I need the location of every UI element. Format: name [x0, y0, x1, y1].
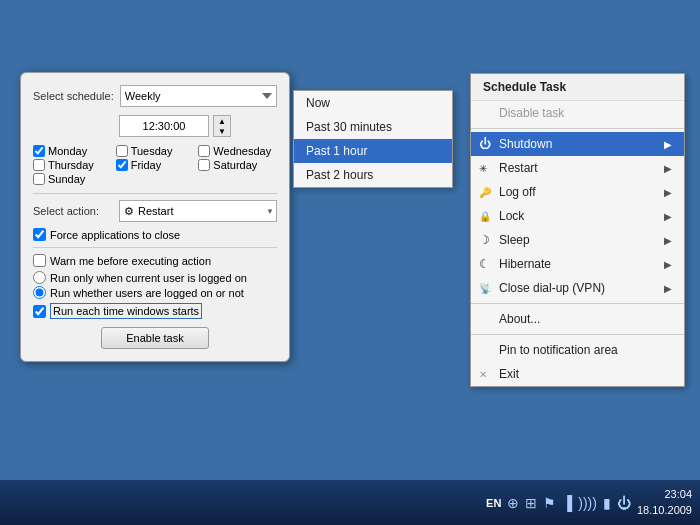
label-friday: Friday — [131, 159, 162, 171]
desktop: Select schedule: Weekly 12:30:00 ▲ ▼ Mon… — [0, 0, 700, 480]
network-icon[interactable]: ⊞ — [525, 495, 537, 511]
menu-item-about[interactable]: About... — [471, 307, 684, 331]
lock-icon: 🔒 — [479, 211, 491, 222]
exit-label: Exit — [499, 367, 519, 381]
day-sunday: Sunday — [33, 173, 112, 185]
lock-arrow-icon: ▶ — [664, 211, 672, 222]
shutdown-icon: ⏻ — [479, 137, 491, 151]
menu-item-disable[interactable]: Disable task — [471, 101, 684, 125]
label-saturday: Saturday — [213, 159, 257, 171]
time-display: 23:04 — [637, 487, 692, 502]
signal-icon[interactable]: ▐ — [562, 495, 572, 511]
force-close-label: Force applications to close — [50, 229, 180, 241]
radio-logged-on[interactable] — [33, 271, 46, 284]
logoff-icon: 🔑 — [479, 187, 491, 198]
restart-arrow-icon: ▶ — [664, 163, 672, 174]
main-context-menu: Schedule Task Disable task ⏻ Shutdown ▶ … — [470, 73, 685, 387]
vpn-icon: 📡 — [479, 283, 491, 294]
day-thursday: Thursday — [33, 159, 112, 171]
radio-any-user[interactable] — [33, 286, 46, 299]
taskbar-time: 23:04 18.10.2009 — [637, 487, 692, 518]
battery-icon[interactable]: ▮ — [603, 495, 611, 511]
hibernate-icon: ☾ — [479, 257, 490, 271]
action-icon: ⚙ — [124, 205, 134, 218]
restart-icon: ✳ — [479, 163, 487, 174]
time-item-1hour[interactable]: Past 1 hour — [294, 139, 452, 163]
menu-item-sleep[interactable]: ☽ Sleep ▶ — [471, 228, 684, 252]
disable-label: Disable task — [499, 106, 564, 120]
day-tuesday: Tuesday — [116, 145, 195, 157]
menu-item-hibernate[interactable]: ☾ Hibernate ▶ — [471, 252, 684, 276]
sleep-label: Sleep — [499, 233, 530, 247]
checkbox-tuesday[interactable] — [116, 145, 128, 157]
action-dropdown[interactable]: ⚙ Restart ▼ — [119, 200, 277, 222]
schedule-dialog: Select schedule: Weekly 12:30:00 ▲ ▼ Mon… — [20, 72, 290, 362]
checkbox-monday[interactable] — [33, 145, 45, 157]
time-spinner[interactable]: ▲ ▼ — [213, 115, 231, 137]
label-sunday: Sunday — [48, 173, 85, 185]
radio-logged-on-label: Run only when current user is logged on — [50, 272, 247, 284]
label-monday: Monday — [48, 145, 87, 157]
menu-item-pin[interactable]: Pin to notification area — [471, 338, 684, 362]
hibernate-label: Hibernate — [499, 257, 551, 271]
warn-checkbox[interactable] — [33, 254, 46, 267]
vpn-label: Close dial-up (VPN) — [499, 281, 605, 295]
run-each-time-label: Run each time windows starts — [50, 303, 202, 319]
time-item-30min[interactable]: Past 30 minutes — [294, 115, 452, 139]
exit-icon: ✕ — [479, 369, 487, 380]
schedule-select[interactable]: Weekly — [120, 85, 277, 107]
taskbar-right: EN ⊕ ⊞ ⚑ ▐ )))) ▮ ⏻ 23:04 18.10.2009 — [486, 487, 692, 518]
enable-task-button[interactable]: Enable task — [101, 327, 208, 349]
menu-item-logoff[interactable]: 🔑 Log off ▶ — [471, 180, 684, 204]
checkbox-friday[interactable] — [116, 159, 128, 171]
lang-indicator: EN — [486, 497, 501, 509]
menu-item-vpn[interactable]: 📡 Close dial-up (VPN) ▶ — [471, 276, 684, 300]
days-grid: Monday Tuesday Wednesday Thursday Friday… — [33, 145, 277, 185]
wifi-icon[interactable]: )))) — [578, 495, 597, 511]
label-tuesday: Tuesday — [131, 145, 173, 157]
date-display: 18.10.2009 — [637, 503, 692, 518]
time-item-2hours[interactable]: Past 2 hours — [294, 163, 452, 187]
menu-item-restart[interactable]: ✳ Restart ▶ — [471, 156, 684, 180]
shutdown-label: Shutdown — [499, 137, 552, 151]
time-input[interactable]: 12:30:00 — [119, 115, 209, 137]
radio-any-user-label: Run whether users are logged on or not — [50, 287, 244, 299]
taskbar: EN ⊕ ⊞ ⚑ ▐ )))) ▮ ⏻ 23:04 18.10.2009 — [0, 480, 700, 525]
logoff-arrow-icon: ▶ — [664, 187, 672, 198]
hibernate-arrow-icon: ▶ — [664, 259, 672, 270]
run-each-time-checkbox[interactable] — [33, 305, 46, 318]
day-wednesday: Wednesday — [198, 145, 277, 157]
shutdown-arrow-icon: ▶ — [664, 139, 672, 150]
label-wednesday: Wednesday — [213, 145, 271, 157]
menu-item-exit[interactable]: ✕ Exit — [471, 362, 684, 386]
sleep-arrow-icon: ▶ — [664, 235, 672, 246]
logoff-label: Log off — [499, 185, 535, 199]
day-saturday: Saturday — [198, 159, 277, 171]
flag-icon[interactable]: ⚑ — [543, 495, 556, 511]
sleep-icon: ☽ — [479, 233, 490, 247]
checkbox-saturday[interactable] — [198, 159, 210, 171]
force-close-checkbox[interactable] — [33, 228, 46, 241]
checkbox-thursday[interactable] — [33, 159, 45, 171]
power-icon[interactable]: ⏻ — [617, 495, 631, 511]
checkbox-wednesday[interactable] — [198, 145, 210, 157]
lock-label: Lock — [499, 209, 524, 223]
select-schedule-label: Select schedule: — [33, 90, 114, 102]
day-friday: Friday — [116, 159, 195, 171]
restart-label: Restart — [499, 161, 538, 175]
action-value: Restart — [138, 205, 173, 217]
day-monday: Monday — [33, 145, 112, 157]
warn-label: Warn me before executing action — [50, 255, 211, 267]
dropdown-arrow-icon: ▼ — [266, 207, 274, 216]
bluetooth-icon[interactable]: ⊕ — [507, 495, 519, 511]
menu-item-lock[interactable]: 🔒 Lock ▶ — [471, 204, 684, 228]
select-action-label: Select action: — [33, 205, 113, 217]
menu-item-shutdown[interactable]: ⏻ Shutdown ▶ — [471, 132, 684, 156]
time-item-now[interactable]: Now — [294, 91, 452, 115]
checkbox-sunday[interactable] — [33, 173, 45, 185]
time-submenu: Now Past 30 minutes Past 1 hour Past 2 h… — [293, 90, 453, 188]
label-thursday: Thursday — [48, 159, 94, 171]
vpn-arrow-icon: ▶ — [664, 283, 672, 294]
menu-header: Schedule Task — [471, 74, 684, 101]
about-label: About... — [499, 312, 540, 326]
